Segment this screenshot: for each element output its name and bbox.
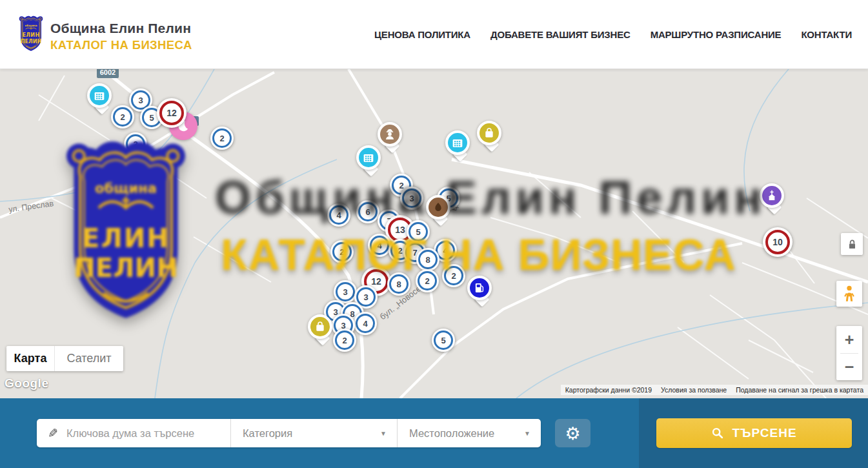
lock-icon	[847, 239, 857, 250]
logo-region-label: община	[25, 24, 37, 27]
attribution-link[interactable]: Подаване на сигнал за грешка в картата	[731, 386, 868, 394]
map-type-switcher: Карта Сателит	[6, 346, 123, 371]
gear-icon: ⚙	[565, 425, 580, 442]
fuel-pump-icon	[472, 281, 487, 295]
cluster-marker[interactable]: 4	[354, 312, 377, 335]
shopping-bag-pin-marker[interactable]	[308, 314, 338, 349]
google-logo[interactable]: Google	[5, 376, 48, 391]
keyword-input[interactable]	[66, 427, 230, 440]
site-title: Община Елин Пелин	[50, 21, 192, 36]
category-select[interactable]: Категория ▼	[230, 419, 397, 447]
cluster-marker[interactable]: 5	[432, 329, 455, 352]
watermark-name-line1: ЕЛИН	[82, 223, 170, 253]
search-button[interactable]: ТЪРСЕНЕ	[656, 418, 852, 448]
factory-pin-marker[interactable]	[87, 83, 117, 118]
factory-pin-marker[interactable]	[445, 130, 475, 165]
attribution-link[interactable]: Условия за ползване	[656, 386, 731, 394]
pin-circle	[356, 145, 381, 170]
site-subtitle: КАТАЛОГ НА БИЗНЕСА	[50, 38, 192, 52]
watermark-logo: община ЕЛИН ПЕЛИН	[52, 136, 200, 324]
watermark-title: Община Елин Пелин	[215, 171, 767, 224]
pencil-icon: ✎	[48, 426, 58, 441]
worker-icon	[383, 127, 397, 141]
map-canvas[interactable]: 6002 ул. Преслав бул. „Новосел ции“ 3251…	[0, 69, 868, 398]
shopping-bag-pin-marker[interactable]	[477, 121, 507, 156]
map-type-satellite-button[interactable]: Сателит	[55, 346, 123, 371]
header: община ЕЛИН ПЕЛИН Община Елин Пелин КАТА…	[0, 0, 868, 69]
site-title-block: Община Елин Пелин КАТАЛОГ НА БИЗНЕСА	[50, 21, 192, 52]
zoom-in-button[interactable]: +	[836, 327, 862, 353]
nav-pricing[interactable]: ЦЕНОВА ПОЛИТИКА	[374, 29, 470, 40]
watermark-name-line2: ПЕЛИН	[74, 253, 178, 283]
cluster-marker[interactable]: 2	[210, 127, 234, 150]
keyword-field[interactable]: ✎	[37, 419, 230, 447]
nav-routes[interactable]: МАРШРУТНО РАЗПИСАНИЕ	[651, 29, 782, 40]
cluster-count: 10	[763, 227, 792, 257]
zoom-control: + −	[836, 326, 862, 380]
logo-name-line1: ЕЛИН	[22, 32, 39, 38]
pin-circle	[308, 314, 332, 339]
search-fields: ✎ Категория ▼ Местоположение ▼	[37, 419, 541, 447]
shopping-bag-icon	[313, 320, 327, 334]
zoom-out-button[interactable]: −	[836, 354, 862, 380]
cluster-marker[interactable]: 12	[157, 98, 187, 128]
cluster-count: 2	[210, 127, 234, 150]
cluster-marker[interactable]: 10	[763, 227, 792, 257]
advanced-settings-button[interactable]: ⚙	[555, 419, 590, 447]
cluster-count: 12	[157, 98, 187, 128]
pegman-icon	[841, 285, 858, 303]
pin-circle	[445, 130, 470, 155]
watermark-subtitle: КАТАЛОГ НА БИЗНЕСА	[221, 229, 736, 280]
cluster-count: 5	[432, 329, 455, 352]
church-icon	[765, 188, 779, 203]
street-view-pegman[interactable]	[836, 281, 862, 307]
watermark-region-label: община	[95, 180, 157, 196]
lock-button[interactable]	[841, 233, 863, 255]
map-attribution: Картографски данни ©2019Условия за ползв…	[561, 385, 868, 395]
shopping-bag-icon	[482, 126, 496, 140]
chevron-down-icon: ▼	[524, 430, 530, 437]
chevron-down-icon: ▼	[380, 430, 387, 437]
main-nav: ЦЕНОВА ПОЛИТИКАДОБАВЕТЕ ВАШИЯТ БИЗНЕСМАР…	[374, 0, 852, 69]
nav-add-business[interactable]: ДОБАВЕТЕ ВАШИЯТ БИЗНЕС	[490, 29, 631, 40]
nav-contacts[interactable]: КОНТАКТИ	[801, 29, 852, 40]
fuel-pump-pin-marker[interactable]	[467, 276, 497, 310]
search-button-label: ТЪРСЕНЕ	[732, 426, 796, 440]
attribution-text: Картографски данни ©2019	[561, 386, 656, 394]
location-placeholder: Местоположение	[409, 427, 494, 440]
factory-icon	[92, 88, 106, 103]
location-select[interactable]: Местоположение ▼	[397, 419, 541, 447]
category-placeholder: Категория	[243, 427, 292, 440]
factory-icon	[450, 136, 465, 150]
municipality-logo[interactable]: община ЕЛИН ПЕЛИН	[16, 15, 46, 52]
pin-circle	[378, 122, 402, 147]
cluster-count: 4	[354, 312, 377, 335]
search-icon	[711, 427, 724, 440]
search-bar: ✎ Категория ▼ Местоположение ▼ ⚙ ТЪРСЕНЕ	[0, 398, 868, 468]
pin-circle	[87, 83, 112, 108]
pin-circle	[477, 121, 501, 145]
page: община ЕЛИН ПЕЛИН Община Елин Пелин КАТА…	[0, 0, 868, 468]
factory-icon	[361, 150, 376, 165]
map-type-map-button[interactable]: Карта	[6, 346, 55, 371]
logo-name-line2: ПЕЛИН	[21, 39, 41, 45]
